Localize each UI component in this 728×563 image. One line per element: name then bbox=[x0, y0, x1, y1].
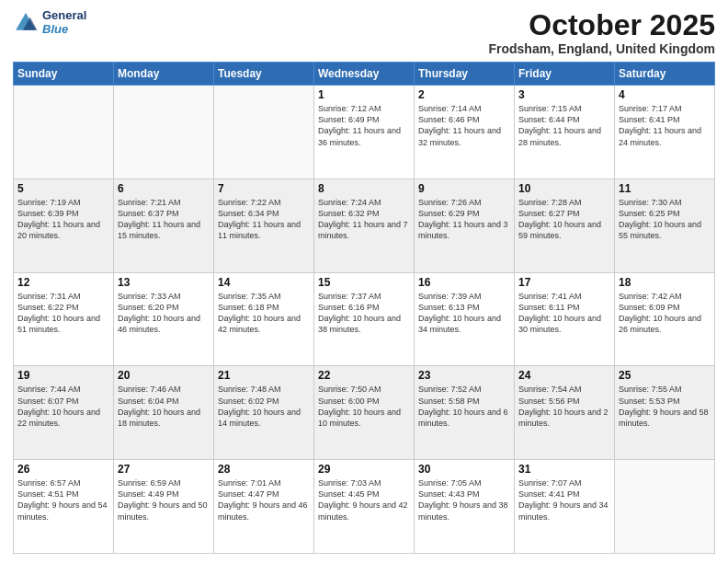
cell-details: Sunrise: 7:55 AM Sunset: 5:53 PM Dayligh… bbox=[619, 384, 711, 429]
cell-details: Sunrise: 7:14 AM Sunset: 6:46 PM Dayligh… bbox=[418, 103, 510, 148]
cell-details: Sunrise: 7:46 AM Sunset: 6:04 PM Dayligh… bbox=[118, 384, 210, 429]
cell-details: Sunrise: 7:24 AM Sunset: 6:32 PM Dayligh… bbox=[318, 197, 410, 242]
cell-details: Sunrise: 7:50 AM Sunset: 6:00 PM Dayligh… bbox=[318, 384, 410, 429]
day-number: 16 bbox=[418, 276, 510, 289]
cell-details: Sunrise: 6:57 AM Sunset: 4:51 PM Dayligh… bbox=[17, 477, 109, 523]
day-number: 12 bbox=[17, 276, 109, 289]
cell-details: Sunrise: 7:26 AM Sunset: 6:29 PM Dayligh… bbox=[418, 197, 510, 242]
calendar-cell: 17Sunrise: 7:41 AM Sunset: 6:11 PM Dayli… bbox=[515, 272, 615, 366]
calendar-cell: 15Sunrise: 7:37 AM Sunset: 6:16 PM Dayli… bbox=[314, 272, 415, 366]
calendar-cell: 20Sunrise: 7:46 AM Sunset: 6:04 PM Dayli… bbox=[114, 366, 214, 460]
calendar-cell: 25Sunrise: 7:55 AM Sunset: 5:53 PM Dayli… bbox=[615, 366, 715, 460]
calendar-cell: 2Sunrise: 7:14 AM Sunset: 6:46 PM Daylig… bbox=[415, 86, 515, 179]
calendar-cell: 5Sunrise: 7:19 AM Sunset: 6:39 PM Daylig… bbox=[14, 178, 114, 272]
calendar-cell: 3Sunrise: 7:15 AM Sunset: 6:44 PM Daylig… bbox=[515, 86, 615, 179]
calendar-cell: 26Sunrise: 6:57 AM Sunset: 4:51 PM Dayli… bbox=[14, 460, 114, 554]
day-number: 24 bbox=[518, 369, 610, 382]
day-number: 13 bbox=[118, 276, 210, 289]
day-header-friday: Friday bbox=[515, 63, 615, 86]
title-block: October 2025 Frodsham, England, United K… bbox=[488, 9, 715, 56]
cell-details: Sunrise: 7:54 AM Sunset: 5:56 PM Dayligh… bbox=[518, 384, 610, 429]
day-number: 21 bbox=[218, 369, 310, 382]
day-number: 31 bbox=[518, 463, 610, 476]
calendar-cell bbox=[14, 86, 114, 179]
cell-details: Sunrise: 7:21 AM Sunset: 6:37 PM Dayligh… bbox=[118, 197, 210, 242]
month-title: October 2025 bbox=[488, 9, 715, 41]
calendar-cell: 1Sunrise: 7:12 AM Sunset: 6:49 PM Daylig… bbox=[314, 86, 415, 179]
day-number: 28 bbox=[218, 463, 310, 476]
day-number: 9 bbox=[418, 182, 510, 195]
day-number: 6 bbox=[118, 182, 210, 195]
calendar-cell: 18Sunrise: 7:42 AM Sunset: 6:09 PM Dayli… bbox=[615, 272, 715, 366]
cell-details: Sunrise: 7:35 AM Sunset: 6:18 PM Dayligh… bbox=[218, 291, 310, 336]
calendar-week-row: 1Sunrise: 7:12 AM Sunset: 6:49 PM Daylig… bbox=[14, 86, 715, 179]
calendar-cell: 31Sunrise: 7:07 AM Sunset: 4:41 PM Dayli… bbox=[515, 460, 615, 554]
calendar-cell: 11Sunrise: 7:30 AM Sunset: 6:25 PM Dayli… bbox=[615, 178, 715, 272]
cell-details: Sunrise: 7:41 AM Sunset: 6:11 PM Dayligh… bbox=[518, 291, 610, 336]
day-number: 17 bbox=[518, 276, 610, 289]
day-header-wednesday: Wednesday bbox=[314, 63, 415, 86]
day-number: 23 bbox=[418, 369, 510, 382]
calendar-cell: 27Sunrise: 6:59 AM Sunset: 4:49 PM Dayli… bbox=[114, 460, 214, 554]
calendar-cell: 24Sunrise: 7:54 AM Sunset: 5:56 PM Dayli… bbox=[515, 366, 615, 460]
cell-details: Sunrise: 7:28 AM Sunset: 6:27 PM Dayligh… bbox=[518, 197, 610, 242]
day-header-saturday: Saturday bbox=[615, 63, 715, 86]
calendar-cell: 28Sunrise: 7:01 AM Sunset: 4:47 PM Dayli… bbox=[214, 460, 314, 554]
calendar-cell: 10Sunrise: 7:28 AM Sunset: 6:27 PM Dayli… bbox=[515, 178, 615, 272]
calendar-table: SundayMondayTuesdayWednesdayThursdayFrid… bbox=[13, 62, 715, 554]
cell-details: Sunrise: 7:22 AM Sunset: 6:34 PM Dayligh… bbox=[218, 197, 310, 242]
calendar-cell: 14Sunrise: 7:35 AM Sunset: 6:18 PM Dayli… bbox=[214, 272, 314, 366]
day-number: 3 bbox=[518, 88, 610, 101]
day-number: 8 bbox=[318, 182, 410, 195]
day-number: 27 bbox=[118, 463, 210, 476]
cell-details: Sunrise: 7:48 AM Sunset: 6:02 PM Dayligh… bbox=[218, 384, 310, 429]
cell-details: Sunrise: 7:17 AM Sunset: 6:41 PM Dayligh… bbox=[619, 103, 711, 148]
day-number: 19 bbox=[17, 369, 109, 382]
day-number: 2 bbox=[418, 88, 510, 101]
cell-details: Sunrise: 7:42 AM Sunset: 6:09 PM Dayligh… bbox=[619, 291, 711, 336]
calendar-week-row: 26Sunrise: 6:57 AM Sunset: 4:51 PM Dayli… bbox=[14, 460, 715, 554]
day-number: 30 bbox=[418, 463, 510, 476]
location: Frodsham, England, United Kingdom bbox=[488, 41, 715, 56]
cell-details: Sunrise: 7:01 AM Sunset: 4:47 PM Dayligh… bbox=[218, 477, 310, 523]
calendar-cell bbox=[114, 86, 214, 179]
day-header-monday: Monday bbox=[114, 63, 214, 86]
cell-details: Sunrise: 6:59 AM Sunset: 4:49 PM Dayligh… bbox=[118, 477, 210, 523]
day-number: 11 bbox=[619, 182, 711, 195]
calendar-week-row: 5Sunrise: 7:19 AM Sunset: 6:39 PM Daylig… bbox=[14, 178, 715, 272]
header: General Blue October 2025 Frodsham, Engl… bbox=[13, 9, 715, 56]
calendar-cell: 19Sunrise: 7:44 AM Sunset: 6:07 PM Dayli… bbox=[14, 366, 114, 460]
calendar-cell: 23Sunrise: 7:52 AM Sunset: 5:58 PM Dayli… bbox=[415, 366, 515, 460]
cell-details: Sunrise: 7:39 AM Sunset: 6:13 PM Dayligh… bbox=[418, 291, 510, 336]
cell-details: Sunrise: 7:30 AM Sunset: 6:25 PM Dayligh… bbox=[619, 197, 711, 242]
day-number: 26 bbox=[17, 463, 109, 476]
day-number: 29 bbox=[318, 463, 410, 476]
day-number: 4 bbox=[619, 88, 711, 101]
calendar-cell: 13Sunrise: 7:33 AM Sunset: 6:20 PM Dayli… bbox=[114, 272, 214, 366]
calendar-cell: 4Sunrise: 7:17 AM Sunset: 6:41 PM Daylig… bbox=[615, 86, 715, 179]
calendar-cell: 6Sunrise: 7:21 AM Sunset: 6:37 PM Daylig… bbox=[114, 178, 214, 272]
logo: General Blue bbox=[13, 9, 86, 37]
cell-details: Sunrise: 7:19 AM Sunset: 6:39 PM Dayligh… bbox=[17, 197, 109, 242]
calendar-cell: 12Sunrise: 7:31 AM Sunset: 6:22 PM Dayli… bbox=[14, 272, 114, 366]
logo-text: General Blue bbox=[42, 9, 86, 37]
page: General Blue October 2025 Frodsham, Engl… bbox=[0, 0, 728, 563]
day-header-thursday: Thursday bbox=[415, 63, 515, 86]
day-number: 20 bbox=[118, 369, 210, 382]
cell-details: Sunrise: 7:44 AM Sunset: 6:07 PM Dayligh… bbox=[17, 384, 109, 429]
day-number: 10 bbox=[518, 182, 610, 195]
calendar-week-row: 12Sunrise: 7:31 AM Sunset: 6:22 PM Dayli… bbox=[14, 272, 715, 366]
calendar-header-row: SundayMondayTuesdayWednesdayThursdayFrid… bbox=[14, 63, 715, 86]
cell-details: Sunrise: 7:52 AM Sunset: 5:58 PM Dayligh… bbox=[418, 384, 510, 429]
cell-details: Sunrise: 7:07 AM Sunset: 4:41 PM Dayligh… bbox=[518, 477, 610, 523]
cell-details: Sunrise: 7:33 AM Sunset: 6:20 PM Dayligh… bbox=[118, 291, 210, 336]
cell-details: Sunrise: 7:15 AM Sunset: 6:44 PM Dayligh… bbox=[518, 103, 610, 148]
day-number: 22 bbox=[318, 369, 410, 382]
cell-details: Sunrise: 7:37 AM Sunset: 6:16 PM Dayligh… bbox=[318, 291, 410, 336]
calendar-week-row: 19Sunrise: 7:44 AM Sunset: 6:07 PM Dayli… bbox=[14, 366, 715, 460]
calendar-cell: 22Sunrise: 7:50 AM Sunset: 6:00 PM Dayli… bbox=[314, 366, 415, 460]
calendar-cell: 30Sunrise: 7:05 AM Sunset: 4:43 PM Dayli… bbox=[415, 460, 515, 554]
day-number: 18 bbox=[619, 276, 711, 289]
cell-details: Sunrise: 7:05 AM Sunset: 4:43 PM Dayligh… bbox=[418, 477, 510, 523]
calendar-cell: 7Sunrise: 7:22 AM Sunset: 6:34 PM Daylig… bbox=[214, 178, 314, 272]
